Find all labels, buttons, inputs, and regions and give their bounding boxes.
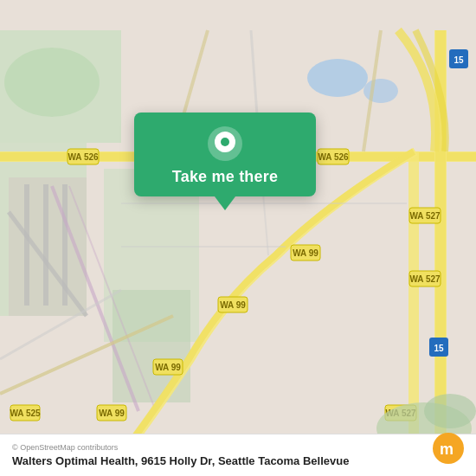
map-pin-icon	[206, 125, 244, 163]
svg-text:15: 15	[453, 55, 464, 65]
svg-text:WA 99: WA 99	[99, 408, 125, 418]
map-container: WA 526 WA 526 WA 526 15 15 WA 527 WA 527	[0, 0, 476, 476]
svg-rect-9	[24, 184, 29, 306]
svg-text:WA 527: WA 527	[409, 211, 441, 221]
svg-text:WA 525: WA 525	[10, 408, 41, 418]
svg-text:WA 99: WA 99	[293, 248, 318, 258]
moovit-logo: m	[433, 433, 464, 464]
info-bar: © OpenStreetMap contributors Walters Opt…	[0, 434, 476, 476]
address-label: Walters Optimal Health, 9615 Holly Dr, S…	[12, 454, 464, 467]
svg-point-58	[221, 138, 229, 146]
svg-text:WA 99: WA 99	[220, 300, 246, 310]
svg-point-55	[424, 394, 476, 428]
svg-text:15: 15	[434, 344, 444, 353]
callout-label: Take me there	[172, 168, 278, 186]
location-callout[interactable]: Take me there	[134, 113, 316, 196]
svg-rect-10	[43, 184, 48, 306]
map-attribution: © OpenStreetMap contributors	[12, 443, 464, 452]
svg-text:WA 526: WA 526	[318, 152, 349, 162]
svg-text:WA 99: WA 99	[155, 363, 181, 372]
svg-text:WA 527: WA 527	[409, 274, 441, 284]
svg-point-6	[307, 59, 368, 97]
svg-point-3	[4, 48, 100, 117]
svg-text:m: m	[440, 441, 453, 458]
svg-rect-29	[408, 151, 419, 446]
svg-rect-5	[113, 290, 190, 402]
map-svg: WA 526 WA 526 WA 526 15 15 WA 527 WA 527	[0, 0, 476, 476]
svg-point-7	[363, 79, 398, 103]
moovit-icon: m	[433, 433, 464, 464]
svg-text:WA 526: WA 526	[68, 152, 99, 162]
